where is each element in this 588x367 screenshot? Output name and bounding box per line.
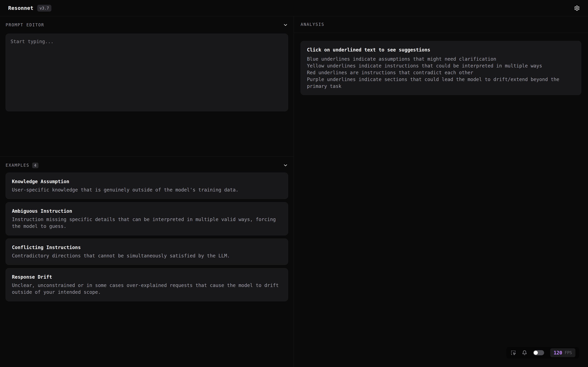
card-title: Response Drift (12, 274, 282, 281)
selection-tool-button[interactable] (511, 350, 516, 355)
analysis-panel: ANALYSIS Click on underlined text to see… (294, 16, 588, 367)
example-card-conflicting-instructions[interactable]: Conflicting Instructions Contradictory d… (6, 239, 288, 265)
example-card-ambiguous-instruction[interactable]: Ambiguous Instruction Instruction missin… (6, 202, 288, 235)
left-panel: PROMPT EDITOR EXAMPLES 4 Knowledge Assum… (0, 16, 294, 367)
analysis-info-card: Click on underlined text to see suggesti… (301, 41, 581, 95)
analysis-card-title: Click on underlined text to see suggesti… (307, 46, 575, 54)
chevron-down-icon[interactable] (283, 163, 288, 168)
selection-tool-icon (511, 350, 516, 355)
fps-unit: FPS (565, 350, 572, 355)
examples-header: EXAMPLES 4 (0, 157, 294, 173)
prompt-editor-section: PROMPT EDITOR (0, 16, 294, 157)
prompt-editor-label: PROMPT EDITOR (6, 23, 44, 27)
notifications-button[interactable] (522, 350, 527, 355)
card-description: Contradictory directions that cannot be … (12, 252, 282, 259)
examples-section: EXAMPLES 4 Knowledge Assumption User-spe… (0, 157, 294, 301)
prompt-input[interactable] (6, 34, 288, 111)
prompt-editor-header: PROMPT EDITOR (0, 16, 294, 34)
card-description: User-specific knowledge that is genuinel… (12, 187, 282, 193)
analysis-line-yellow: Yellow underlines indicate instructions … (307, 63, 575, 69)
card-title: Knowledge Assumption (12, 178, 282, 185)
bell-icon (522, 350, 527, 355)
chevron-down-icon[interactable] (283, 22, 288, 27)
analysis-line-blue: Blue underlines indicate assumptions tha… (307, 56, 575, 63)
card-title: Ambiguous Instruction (12, 208, 282, 215)
fps-value: 120 (554, 350, 562, 356)
toggle-knob (534, 351, 538, 355)
analysis-line-red: Red underlines are instructions that con… (307, 69, 575, 76)
example-card-response-drift[interactable]: Response Drift Unclear, unconstrained or… (6, 268, 288, 301)
top-bar: Resonnet v3.7 (0, 0, 588, 16)
card-description: Unclear, unconstrained or in some cases … (12, 282, 282, 296)
fps-badge: 120 FPS (550, 348, 575, 357)
main-split: PROMPT EDITOR EXAMPLES 4 Knowledge Assum… (0, 16, 588, 367)
example-card-list: Knowledge Assumption User-specific knowl… (6, 173, 288, 301)
examples-label: EXAMPLES (6, 163, 29, 168)
card-description: Instruction missing specific details tha… (12, 216, 282, 230)
examples-count-badge: 4 (32, 163, 38, 168)
gear-icon (574, 5, 580, 11)
version-badge: v3.7 (37, 5, 51, 12)
settings-button[interactable] (574, 5, 580, 11)
example-card-knowledge-assumption[interactable]: Knowledge Assumption User-specific knowl… (6, 173, 288, 199)
analysis-body: Click on underlined text to see suggesti… (294, 33, 588, 103)
theme-toggle[interactable] (533, 350, 544, 355)
analysis-header: ANALYSIS (294, 16, 588, 33)
app-title: Resonnet (8, 5, 34, 11)
card-title: Conflicting Instructions (12, 244, 282, 251)
status-toolbar: 120 FPS (506, 347, 579, 359)
analysis-label: ANALYSIS (301, 22, 324, 27)
analysis-line-purple: Purple underlines indicate sections that… (307, 76, 575, 90)
